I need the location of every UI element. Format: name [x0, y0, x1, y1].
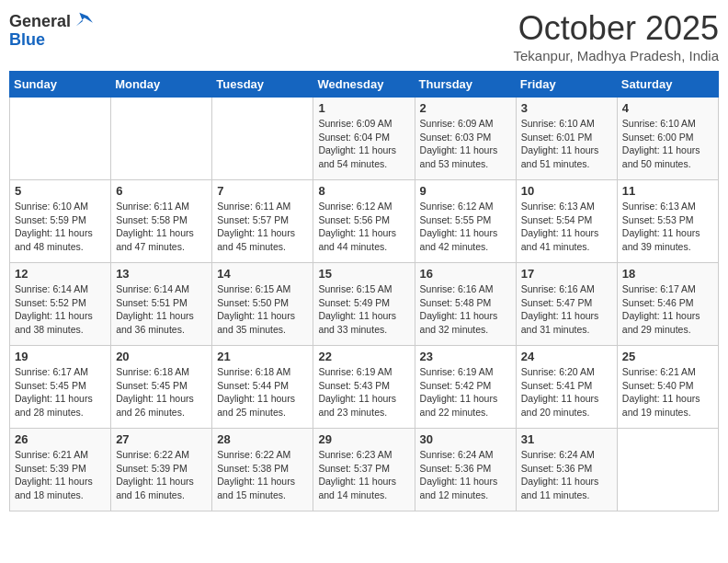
- day-info: Sunrise: 6:17 AM Sunset: 5:46 PM Dayligh…: [622, 282, 713, 337]
- day-number: 2: [420, 101, 511, 115]
- day-info: Sunrise: 6:19 AM Sunset: 5:43 PM Dayligh…: [318, 365, 409, 419]
- day-info: Sunrise: 6:11 AM Sunset: 5:58 PM Dayligh…: [116, 200, 207, 254]
- calendar-cell: 16Sunrise: 6:16 AM Sunset: 5:48 PM Dayli…: [415, 263, 516, 346]
- calendar-cell: 29Sunrise: 6:23 AM Sunset: 5:37 PM Dayli…: [313, 429, 415, 511]
- calendar-cell: 22Sunrise: 6:19 AM Sunset: 5:43 PM Dayli…: [313, 346, 415, 429]
- day-info: Sunrise: 6:10 AM Sunset: 6:01 PM Dayligh…: [521, 117, 612, 171]
- day-info: Sunrise: 6:09 AM Sunset: 6:03 PM Dayligh…: [420, 117, 511, 171]
- calendar-cell: 2Sunrise: 6:09 AM Sunset: 6:03 PM Daylig…: [415, 98, 516, 180]
- calendar-cell: 17Sunrise: 6:16 AM Sunset: 5:47 PM Dayli…: [516, 263, 617, 346]
- calendar-cell: 23Sunrise: 6:19 AM Sunset: 5:42 PM Dayli…: [415, 346, 516, 429]
- day-number: 26: [15, 432, 106, 446]
- calendar-cell: 25Sunrise: 6:21 AM Sunset: 5:40 PM Dayli…: [617, 346, 718, 429]
- page-header: General Blue October 2025 Tekanpur, Madh…: [9, 9, 719, 63]
- svg-marker-0: [76, 13, 93, 27]
- calendar-week-row: 5Sunrise: 6:10 AM Sunset: 5:59 PM Daylig…: [10, 180, 719, 263]
- day-number: 14: [217, 267, 308, 281]
- calendar-cell: 11Sunrise: 6:13 AM Sunset: 5:53 PM Dayli…: [617, 180, 718, 263]
- day-info: Sunrise: 6:17 AM Sunset: 5:45 PM Dayligh…: [15, 365, 106, 419]
- logo-icon: [73, 11, 93, 31]
- day-number: 31: [521, 432, 612, 446]
- day-number: 7: [217, 184, 308, 198]
- calendar-cell: [111, 98, 212, 180]
- calendar-week-row: 12Sunrise: 6:14 AM Sunset: 5:52 PM Dayli…: [10, 263, 719, 346]
- day-info: Sunrise: 6:14 AM Sunset: 5:52 PM Dayligh…: [15, 282, 106, 337]
- weekday-header-thursday: Thursday: [415, 72, 516, 98]
- day-number: 22: [318, 350, 409, 363]
- day-info: Sunrise: 6:20 AM Sunset: 5:41 PM Dayligh…: [521, 365, 612, 419]
- day-info: Sunrise: 6:16 AM Sunset: 5:48 PM Dayligh…: [420, 282, 511, 337]
- calendar-cell: [617, 429, 718, 511]
- day-info: Sunrise: 6:10 AM Sunset: 6:00 PM Dayligh…: [622, 117, 713, 171]
- weekday-header-friday: Friday: [516, 72, 617, 98]
- day-info: Sunrise: 6:16 AM Sunset: 5:47 PM Dayligh…: [521, 282, 612, 337]
- calendar-cell: 31Sunrise: 6:24 AM Sunset: 5:36 PM Dayli…: [516, 429, 617, 511]
- day-number: 30: [420, 432, 511, 446]
- day-number: 21: [217, 350, 308, 363]
- calendar-cell: 18Sunrise: 6:17 AM Sunset: 5:46 PM Dayli…: [617, 263, 718, 346]
- day-info: Sunrise: 6:24 AM Sunset: 5:36 PM Dayligh…: [420, 448, 511, 502]
- day-info: Sunrise: 6:10 AM Sunset: 5:59 PM Dayligh…: [15, 200, 106, 254]
- title-block: October 2025 Tekanpur, Madhya Pradesh, I…: [514, 9, 719, 63]
- day-info: Sunrise: 6:22 AM Sunset: 5:38 PM Dayligh…: [217, 448, 308, 502]
- calendar-cell: 27Sunrise: 6:22 AM Sunset: 5:39 PM Dayli…: [111, 429, 212, 511]
- calendar-cell: [10, 98, 111, 180]
- logo: General Blue: [9, 13, 93, 50]
- calendar-cell: 28Sunrise: 6:22 AM Sunset: 5:38 PM Dayli…: [212, 429, 313, 511]
- day-number: 23: [420, 350, 511, 363]
- logo-blue-text: Blue: [9, 30, 45, 49]
- calendar-week-row: 26Sunrise: 6:21 AM Sunset: 5:39 PM Dayli…: [10, 429, 719, 511]
- weekday-header-saturday: Saturday: [617, 72, 718, 98]
- day-number: 3: [521, 101, 612, 115]
- day-number: 10: [521, 184, 612, 198]
- day-info: Sunrise: 6:15 AM Sunset: 5:49 PM Dayligh…: [318, 282, 409, 337]
- calendar-cell: 30Sunrise: 6:24 AM Sunset: 5:36 PM Dayli…: [415, 429, 516, 511]
- calendar-cell: 12Sunrise: 6:14 AM Sunset: 5:52 PM Dayli…: [10, 263, 111, 346]
- calendar-cell: 4Sunrise: 6:10 AM Sunset: 6:00 PM Daylig…: [617, 98, 718, 180]
- day-number: 4: [622, 101, 713, 115]
- day-number: 1: [318, 101, 409, 115]
- day-info: Sunrise: 6:11 AM Sunset: 5:57 PM Dayligh…: [217, 200, 308, 254]
- day-info: Sunrise: 6:14 AM Sunset: 5:51 PM Dayligh…: [116, 282, 207, 337]
- day-number: 16: [420, 267, 511, 281]
- day-number: 27: [116, 432, 207, 446]
- calendar-week-row: 19Sunrise: 6:17 AM Sunset: 5:45 PM Dayli…: [10, 346, 719, 429]
- day-number: 5: [15, 184, 106, 198]
- calendar-cell: 19Sunrise: 6:17 AM Sunset: 5:45 PM Dayli…: [10, 346, 111, 429]
- day-number: 12: [15, 267, 106, 281]
- calendar-cell: 6Sunrise: 6:11 AM Sunset: 5:58 PM Daylig…: [111, 180, 212, 263]
- weekday-header-monday: Monday: [111, 72, 212, 98]
- calendar-cell: 7Sunrise: 6:11 AM Sunset: 5:57 PM Daylig…: [212, 180, 313, 263]
- day-info: Sunrise: 6:15 AM Sunset: 5:50 PM Dayligh…: [217, 282, 308, 337]
- day-info: Sunrise: 6:09 AM Sunset: 6:04 PM Dayligh…: [318, 117, 409, 171]
- day-info: Sunrise: 6:19 AM Sunset: 5:42 PM Dayligh…: [420, 365, 511, 419]
- day-number: 24: [521, 350, 612, 363]
- weekday-header-sunday: Sunday: [10, 72, 111, 98]
- calendar-cell: 26Sunrise: 6:21 AM Sunset: 5:39 PM Dayli…: [10, 429, 111, 511]
- day-info: Sunrise: 6:22 AM Sunset: 5:39 PM Dayligh…: [116, 448, 207, 502]
- day-number: 15: [318, 267, 409, 281]
- calendar-cell: [212, 98, 313, 180]
- day-number: 18: [622, 267, 713, 281]
- calendar-table: SundayMondayTuesdayWednesdayThursdayFrid…: [9, 71, 719, 511]
- calendar-cell: 5Sunrise: 6:10 AM Sunset: 5:59 PM Daylig…: [10, 180, 111, 263]
- month-title: October 2025: [514, 9, 719, 48]
- day-info: Sunrise: 6:23 AM Sunset: 5:37 PM Dayligh…: [318, 448, 409, 502]
- day-number: 29: [318, 432, 409, 446]
- day-number: 8: [318, 184, 409, 198]
- calendar-cell: 15Sunrise: 6:15 AM Sunset: 5:49 PM Dayli…: [313, 263, 415, 346]
- day-info: Sunrise: 6:21 AM Sunset: 5:39 PM Dayligh…: [15, 448, 106, 502]
- day-info: Sunrise: 6:18 AM Sunset: 5:45 PM Dayligh…: [116, 365, 207, 419]
- day-number: 25: [622, 350, 713, 363]
- logo-general-text: General: [9, 13, 71, 31]
- day-number: 28: [217, 432, 308, 446]
- day-number: 17: [521, 267, 612, 281]
- day-number: 11: [622, 184, 713, 198]
- day-info: Sunrise: 6:12 AM Sunset: 5:55 PM Dayligh…: [420, 200, 511, 254]
- weekday-header-tuesday: Tuesday: [212, 72, 313, 98]
- day-number: 6: [116, 184, 207, 198]
- calendar-cell: 20Sunrise: 6:18 AM Sunset: 5:45 PM Dayli…: [111, 346, 212, 429]
- day-number: 19: [15, 350, 106, 363]
- calendar-cell: 9Sunrise: 6:12 AM Sunset: 5:55 PM Daylig…: [415, 180, 516, 263]
- calendar-cell: 8Sunrise: 6:12 AM Sunset: 5:56 PM Daylig…: [313, 180, 415, 263]
